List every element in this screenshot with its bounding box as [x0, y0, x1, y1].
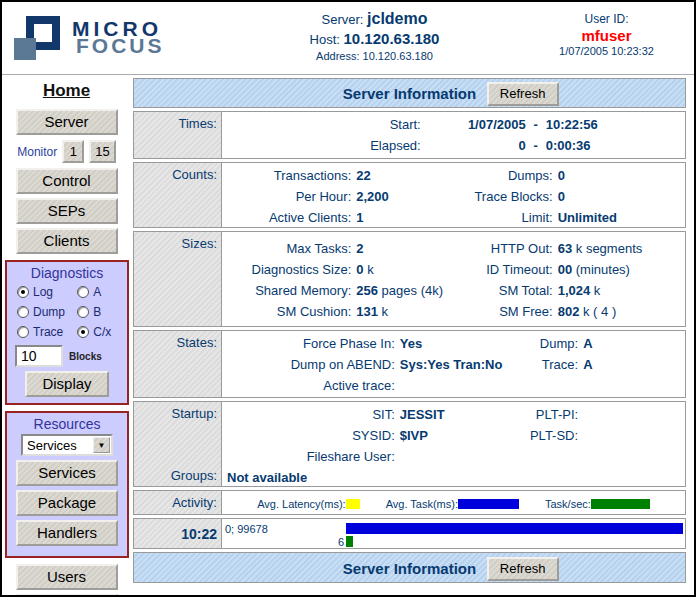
- handlers-button[interactable]: Handlers: [16, 520, 118, 546]
- stat-value: 63: [558, 241, 572, 256]
- legend-latency-label: Avg. Latency(ms):: [257, 498, 345, 510]
- stat-value: 0: [558, 186, 685, 207]
- host-label: Host:: [310, 32, 340, 47]
- radio-b-icon[interactable]: [77, 306, 89, 318]
- activity-row-label: Activity:: [134, 491, 222, 514]
- stat-pair: SM Free:802 k ( 4 ): [454, 301, 686, 322]
- refresh-button-bottom[interactable]: Refresh: [487, 557, 559, 581]
- stat-value: [583, 404, 685, 425]
- server-identity: Server: jcldemo Host: 10.120.63.180 Addr…: [220, 2, 529, 62]
- stat-label: Limit:: [454, 207, 558, 228]
- stat-pair: Diagnostics Size:0 k: [222, 259, 454, 280]
- sidebar: Home Server Monitor 1 15 Control SEPs Cl…: [2, 75, 131, 597]
- refresh-button-top[interactable]: Refresh: [487, 82, 559, 106]
- times-row: Times: Start: 1/07/2005 - 10:22:56 Elaps…: [133, 111, 686, 159]
- stat-value: A: [583, 333, 685, 354]
- main-panel: Server Information Refresh Times: Start:…: [131, 75, 694, 597]
- radio-dump[interactable]: Dump: [17, 305, 77, 319]
- stat-label: SM Total:: [454, 280, 558, 301]
- stat-pair: SM Total:1,024 k: [454, 280, 686, 301]
- radio-a[interactable]: A: [77, 285, 121, 299]
- control-button[interactable]: Control: [16, 168, 118, 194]
- blocks-input[interactable]: [15, 345, 63, 367]
- value-separator: -: [526, 114, 546, 135]
- stat-label: SM Free:: [454, 301, 558, 322]
- app-window: MICRO FOCUS Server: jcldemo Host: 10.120…: [0, 0, 696, 597]
- stat-value: A: [583, 354, 685, 375]
- radio-dump-icon[interactable]: [17, 306, 29, 318]
- clients-button[interactable]: Clients: [16, 228, 118, 254]
- stat-label: Fileshare User:: [222, 446, 400, 467]
- radio-log[interactable]: Log: [17, 285, 77, 299]
- seps-button[interactable]: SEPs: [16, 198, 118, 224]
- radio-cx[interactable]: C/x: [77, 325, 121, 339]
- legend-tasksec-label: Task/sec:: [545, 498, 591, 510]
- times-row-body: Start: 1/07/2005 - 10:22:56 Elapsed: 0 -…: [222, 112, 685, 158]
- stat-label: Per Hour:: [222, 186, 356, 207]
- radio-trace[interactable]: Trace: [17, 325, 77, 339]
- stat-unit: k ( 4 ): [583, 304, 616, 319]
- radio-b[interactable]: B: [77, 305, 121, 319]
- stat-unit: k: [382, 304, 389, 319]
- start-time-line: Start: 1/07/2005 - 10:22:56: [222, 114, 685, 135]
- stat-label: ID Timeout:: [454, 259, 558, 280]
- stat-value: $IVP: [400, 425, 500, 446]
- blocks-control: Blocks: [7, 343, 127, 371]
- stat-label: Trace Blocks:: [454, 186, 558, 207]
- stat-unit: pages (4k): [382, 283, 443, 298]
- activity-legend: Avg. Latency(ms): Avg. Task(ms): Task/se…: [222, 491, 685, 514]
- sizes-row-label: Sizes:: [134, 232, 222, 326]
- stat-pair: Limit:Unlimited: [454, 207, 686, 228]
- chevron-down-icon[interactable]: ▼: [93, 437, 110, 453]
- radio-trace-icon[interactable]: [17, 326, 29, 338]
- resources-panel: Resources Services ▼ Services Package Ha…: [5, 411, 129, 558]
- states-row-body: Force Phase In:Yes Dump on ABEND:Sys:Yes…: [222, 331, 685, 397]
- stat-unit: k: [367, 262, 374, 277]
- states-row-label: States:: [134, 331, 222, 397]
- user-id-label: User ID:: [529, 12, 684, 26]
- server-button[interactable]: Server: [16, 109, 118, 135]
- address-value: 10.120.63.180: [363, 50, 433, 62]
- counts-row-body: Transactions:22 Per Hour:2,200 Active Cl…: [222, 163, 685, 227]
- stat-label: SM Cushion:: [222, 301, 356, 322]
- stat-value: [400, 446, 500, 467]
- page-header: MICRO FOCUS Server: jcldemo Host: 10.120…: [2, 2, 694, 74]
- users-button[interactable]: Users: [16, 564, 118, 590]
- stat-label: Elapsed:: [222, 135, 426, 156]
- home-link[interactable]: Home: [43, 81, 90, 101]
- states-row: States: Force Phase In:Yes Dump on ABEND…: [133, 330, 686, 398]
- stat-pair: Shared Memory:256 pages (4k): [222, 280, 454, 301]
- stat-value: [583, 425, 685, 446]
- counts-row: Counts: Transactions:22 Per Hour:2,200 A…: [133, 162, 686, 228]
- package-button[interactable]: Package: [16, 490, 118, 516]
- timeline-line1-value: 0; 99678: [222, 523, 346, 535]
- stat-label: Dumps:: [454, 165, 558, 186]
- display-button[interactable]: Display: [25, 371, 109, 397]
- stat-label: Dump:: [500, 333, 583, 354]
- stat-pair: Transactions:22: [222, 165, 454, 186]
- micro-focus-logo-icon: [14, 14, 62, 60]
- radio-log-icon[interactable]: [17, 286, 29, 298]
- activity-row: Activity: Avg. Latency(ms): Avg. Task(ms…: [133, 490, 686, 515]
- sizes-row-body: Max Tasks:2 Diagnostics Size:0 k Shared …: [222, 232, 685, 326]
- legend-tasksec: Task/sec:: [545, 498, 650, 510]
- radio-a-icon[interactable]: [77, 286, 89, 298]
- radio-cx-icon[interactable]: [77, 326, 89, 338]
- services-button[interactable]: Services: [16, 460, 118, 486]
- bottom-title: Server Information: [134, 560, 685, 577]
- resources-select[interactable]: Services ▼: [21, 434, 113, 456]
- stat-label: Dump on ABEND:: [222, 354, 400, 375]
- host-value: 10.120.63.180: [344, 30, 440, 47]
- stat-label: Diagnostics Size:: [222, 259, 356, 280]
- content-area: Home Server Monitor 1 15 Control SEPs Cl…: [2, 74, 694, 597]
- monitor-15-button[interactable]: 15: [89, 140, 115, 163]
- monitor-1-button[interactable]: 1: [62, 140, 84, 163]
- stat-pair: Dumps:0: [454, 165, 686, 186]
- stat-label: Start:: [222, 114, 426, 135]
- stat-label: SYSID:: [222, 425, 400, 446]
- diagnostics-panel: Diagnostics Log A Dump B Trace C/x Block…: [5, 260, 129, 405]
- stat-value: 256: [356, 283, 378, 298]
- legend-latency: Avg. Latency(ms):: [257, 498, 359, 510]
- stat-pair: Active trace:: [222, 375, 500, 396]
- tasksec-bar: [591, 499, 650, 509]
